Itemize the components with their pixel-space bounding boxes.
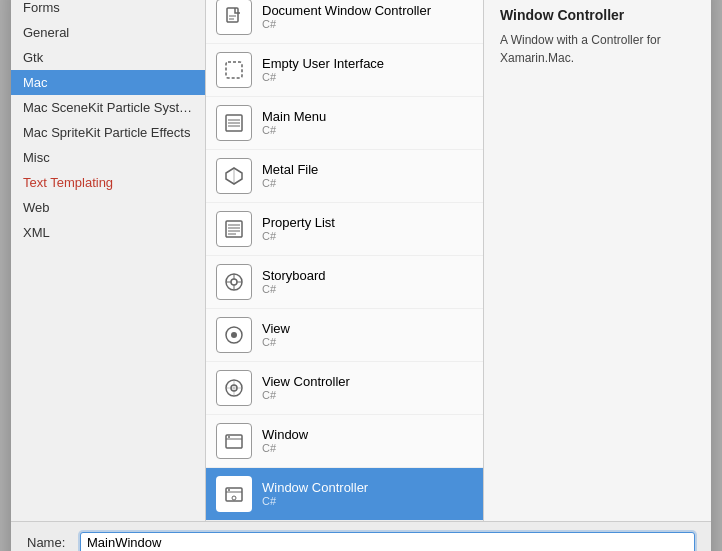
- name-row: Name:: [27, 532, 695, 552]
- file-name-window-controller: Window Controller: [262, 480, 368, 495]
- file-name-view: View: [262, 321, 290, 336]
- sidebar-item-xml[interactable]: XML: [11, 220, 205, 245]
- svg-rect-3: [226, 62, 242, 78]
- sidebar-item-forms[interactable]: Forms: [11, 0, 205, 20]
- sidebar-item-mac-scenekit[interactable]: Mac SceneKit Particle Systems: [11, 95, 205, 120]
- file-name-document-window-controller: Document Window Controller: [262, 3, 431, 18]
- svg-point-22: [231, 332, 237, 338]
- doc-icon: [216, 0, 252, 35]
- file-name-window: Window: [262, 427, 308, 442]
- detail-title: Window Controller: [500, 7, 695, 23]
- file-item-view[interactable]: ViewC#: [206, 309, 483, 362]
- metal-icon: [216, 158, 252, 194]
- window-icon: [216, 423, 252, 459]
- main-content: FormsGeneralGtkMacMac SceneKit Particle …: [11, 0, 711, 521]
- sidebar-item-text-templating[interactable]: Text Templating: [11, 170, 205, 195]
- winctrl-icon: [216, 476, 252, 512]
- empty-icon: [216, 52, 252, 88]
- detail-description: A Window with a Controller for Xamarin.M…: [500, 31, 695, 67]
- name-label: Name:: [27, 535, 72, 550]
- svg-point-32: [228, 489, 230, 491]
- storyboard-icon: [216, 264, 252, 300]
- file-item-window-controller[interactable]: Window ControllerC#: [206, 468, 483, 521]
- file-name-main-menu: Main Menu: [262, 109, 326, 124]
- sidebar-item-mac[interactable]: Mac: [11, 70, 205, 95]
- detail-pane: Window Controller A Window with a Contro…: [484, 0, 711, 521]
- file-sub-window: C#: [262, 442, 308, 454]
- file-item-empty-user-interface[interactable]: Empty User InterfaceC#: [206, 44, 483, 97]
- svg-rect-10: [226, 221, 242, 237]
- svg-rect-0: [227, 8, 238, 22]
- file-item-metal-file[interactable]: Metal FileC#: [206, 150, 483, 203]
- sidebar-item-gtk[interactable]: Gtk: [11, 45, 205, 70]
- file-name-metal-file: Metal File: [262, 162, 318, 177]
- list-icon: [216, 211, 252, 247]
- file-item-view-controller[interactable]: View ControllerC#: [206, 362, 483, 415]
- view-icon: [216, 317, 252, 353]
- bottom-bar: Name: Cancel New: [11, 521, 711, 552]
- svg-point-33: [232, 496, 236, 500]
- sidebar-item-misc[interactable]: Misc: [11, 145, 205, 170]
- file-sub-storyboard: C#: [262, 283, 326, 295]
- file-sub-document-window-controller: C#: [262, 18, 431, 30]
- sidebar-item-web[interactable]: Web: [11, 195, 205, 220]
- file-sub-window-controller: C#: [262, 495, 368, 507]
- file-item-window[interactable]: WindowC#: [206, 415, 483, 468]
- file-item-property-list[interactable]: Property ListC#: [206, 203, 483, 256]
- file-list: Document Window ControllerC#Empty User I…: [206, 0, 484, 521]
- file-name-storyboard: Storyboard: [262, 268, 326, 283]
- new-file-dialog: New File FormsGeneralGtkMacMac SceneKit …: [11, 0, 711, 551]
- file-sub-metal-file: C#: [262, 177, 318, 189]
- file-sub-view-controller: C#: [262, 389, 350, 401]
- name-input[interactable]: [80, 532, 695, 552]
- file-sub-view: C#: [262, 336, 290, 348]
- file-item-storyboard[interactable]: StoryboardC#: [206, 256, 483, 309]
- file-item-document-window-controller[interactable]: Document Window ControllerC#: [206, 0, 483, 44]
- sidebar-item-general[interactable]: General: [11, 20, 205, 45]
- svg-point-16: [231, 279, 237, 285]
- file-name-empty-user-interface: Empty User Interface: [262, 56, 384, 71]
- file-sub-empty-user-interface: C#: [262, 71, 384, 83]
- file-name-view-controller: View Controller: [262, 374, 350, 389]
- file-name-property-list: Property List: [262, 215, 335, 230]
- file-item-main-menu[interactable]: Main MenuC#: [206, 97, 483, 150]
- menu-icon: [216, 105, 252, 141]
- sidebar-item-mac-spritekit[interactable]: Mac SpriteKit Particle Effects: [11, 120, 205, 145]
- svg-point-29: [228, 436, 230, 438]
- viewctrl-icon: [216, 370, 252, 406]
- sidebar: FormsGeneralGtkMacMac SceneKit Particle …: [11, 0, 206, 521]
- file-sub-main-menu: C#: [262, 124, 326, 136]
- file-sub-property-list: C#: [262, 230, 335, 242]
